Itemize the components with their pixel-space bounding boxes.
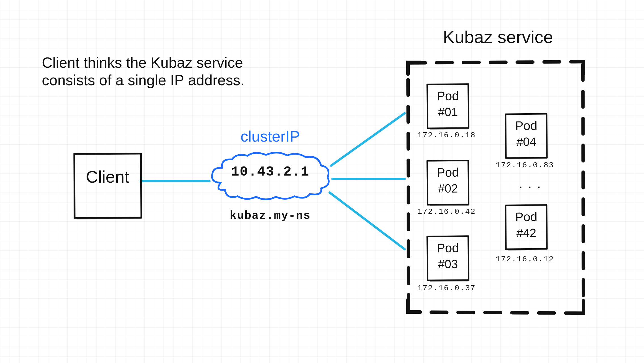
pod-04-ip: 172.16.0.83 bbox=[494, 161, 556, 170]
pod-04-name: Pod bbox=[506, 118, 546, 133]
svg-line-1 bbox=[331, 113, 405, 166]
svg-line-3 bbox=[330, 193, 405, 249]
pod-03-num: #03 bbox=[428, 257, 468, 271]
pod-01-num: #01 bbox=[428, 105, 468, 119]
pod-04-num: #04 bbox=[506, 135, 546, 149]
pod-02-ip: 172.16.0.42 bbox=[415, 207, 478, 216]
pod-04-box: Pod #04 bbox=[505, 113, 548, 159]
pod-01-ip: 172.16.0.18 bbox=[415, 131, 478, 140]
client-label: Client bbox=[79, 167, 136, 187]
pods-ellipsis: ... bbox=[517, 178, 544, 191]
pod-42-ip: 172.16.0.12 bbox=[494, 255, 556, 264]
pod-03-box: Pod #03 bbox=[426, 235, 469, 281]
clusterip-heading: clusterIP bbox=[214, 127, 327, 145]
service-title: Kubaz service bbox=[407, 27, 589, 47]
diagram-stage: Client thinks the Kubaz service consists… bbox=[0, 0, 644, 363]
pod-02-num: #02 bbox=[428, 182, 468, 195]
pod-01-box: Pod #01 bbox=[426, 83, 469, 129]
pod-42-name: Pod bbox=[506, 210, 546, 224]
clusterip-dns: kubaz.my-ns bbox=[209, 210, 331, 222]
pod-03-name: Pod bbox=[428, 241, 467, 255]
pod-03-ip: 172.16.0.37 bbox=[415, 284, 478, 292]
caption-text: Client thinks the Kubaz service consists… bbox=[42, 54, 246, 89]
pod-01-name: Pod bbox=[428, 89, 467, 103]
pod-42-num: #42 bbox=[506, 226, 546, 240]
pod-42-box: Pod #42 bbox=[505, 204, 548, 250]
pod-02-name: Pod bbox=[428, 165, 467, 180]
pod-02-box: Pod #02 bbox=[426, 160, 469, 205]
clusterip-value: 10.43.2.1 bbox=[209, 164, 331, 180]
